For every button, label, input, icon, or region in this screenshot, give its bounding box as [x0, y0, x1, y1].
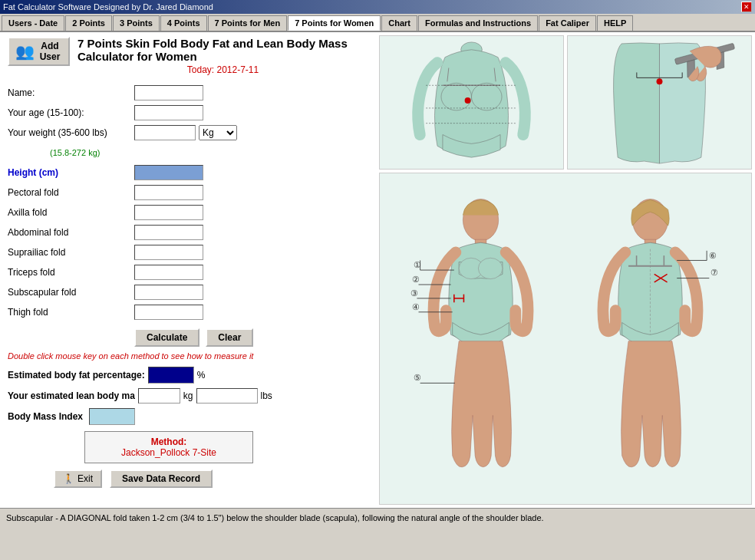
name-input[interactable]: [134, 85, 203, 100]
weight-label: Your weight (35-600 lbs): [8, 127, 134, 138]
add-user-button[interactable]: 👥 Add User: [8, 37, 70, 66]
right-panel: ① ② ③ ④ ⑤: [376, 32, 755, 508]
subscapular-label: Subscapular fold: [8, 287, 134, 298]
top-images: [379, 35, 752, 170]
axilla-label: Axilla fold: [8, 207, 134, 218]
triceps-row: Triceps fold: [8, 264, 368, 281]
axilla-input[interactable]: [134, 205, 203, 220]
lean-kg-unit: kg: [183, 390, 193, 401]
exit-label: Exit: [77, 473, 93, 484]
close-button[interactable]: ✕: [741, 2, 752, 12]
method-area: Method: Jackson_Pollock 7-Site: [84, 431, 253, 463]
menu-tabs-bar: Users - Date 2 Points 3 Points 4 Points …: [0, 14, 755, 32]
svg-text:⑥: ⑥: [709, 251, 717, 260]
bottom-buttons: 🚶 Exit Save Data Record: [54, 469, 368, 488]
lean-lbs-unit: lbs: [261, 390, 272, 401]
weight-input[interactable]: [134, 125, 196, 140]
suprailiac-label: Suprailiac fold: [8, 247, 134, 258]
action-buttons: Calculate Clear: [134, 328, 368, 347]
svg-point-3: [465, 97, 471, 104]
suprailiac-input[interactable]: [134, 245, 203, 260]
svg-point-13: [657, 78, 663, 84]
lean-body-label: Your estimated lean body ma: [8, 390, 135, 401]
weight-hint: (15.8-272 kg): [50, 148, 176, 157]
svg-text:④: ④: [412, 302, 420, 311]
abdominal-row: Abdominal fold: [8, 224, 368, 241]
today-date: Today: 2012-7-11: [77, 64, 368, 75]
add-user-icon: 👥: [15, 42, 35, 61]
tab-4points[interactable]: 4 Points: [160, 15, 207, 31]
tab-3points[interactable]: 3 Points: [113, 15, 160, 31]
svg-text:③: ③: [410, 288, 418, 298]
page-title: 7 Points Skin Fold Body Fat and Lean Bod…: [77, 37, 368, 63]
svg-text:⑤: ⑤: [414, 373, 421, 382]
add-user-label: Add User: [38, 41, 62, 62]
exit-icon: 🚶: [63, 473, 74, 484]
svg-point-1: [441, 83, 472, 110]
tab-7points-men[interactable]: 7 Points for Men: [208, 15, 288, 31]
suprailiac-row: Suprailiac fold: [8, 244, 368, 261]
triceps-label: Triceps fold: [8, 267, 134, 278]
thigh-label: Thigh fold: [8, 307, 134, 318]
clear-button[interactable]: Clear: [206, 328, 253, 347]
body-fat-percent-label: %: [197, 370, 206, 380]
lean-kg-input[interactable]: [138, 388, 180, 404]
height-row: Height (cm): [8, 164, 368, 181]
caliper-diagram: [567, 35, 752, 170]
tab-7points-women[interactable]: 7 Points for Women: [288, 15, 381, 31]
abdominal-input[interactable]: [134, 225, 203, 240]
left-panel: 👥 Add User 7 Points Skin Fold Body Fat a…: [0, 32, 376, 508]
name-row: Name:: [8, 84, 368, 101]
svg-text:②: ②: [412, 275, 420, 284]
weight-input-group: Kg lbs: [134, 125, 237, 140]
tab-help[interactable]: HELP: [597, 15, 633, 31]
method-label: Method:: [90, 436, 248, 447]
tab-users-date[interactable]: Users - Date: [2, 15, 64, 31]
height-input[interactable]: [134, 165, 203, 180]
instruction-text: Double click mouse key on each method to…: [8, 351, 368, 361]
pectoral-label: Pectoral fold: [8, 187, 134, 198]
front-torso-diagram: [379, 35, 564, 170]
body-fat-label: Estimated body fat percentage:: [8, 370, 145, 380]
abdominal-label: Abdominal fold: [8, 227, 134, 238]
exit-button[interactable]: 🚶 Exit: [54, 469, 102, 488]
thigh-row: Thigh fold: [8, 304, 368, 321]
age-input[interactable]: [134, 105, 203, 120]
height-label: Height (cm): [8, 167, 134, 178]
app-title: Fat Calculator Software Designed by Dr. …: [3, 2, 213, 12]
title-bar: Fat Calculator Software Designed by Dr. …: [0, 0, 755, 14]
lean-lbs-input[interactable]: [196, 388, 258, 404]
tab-formulas[interactable]: Formulas and Instructions: [418, 15, 538, 31]
bmi-row: Body Mass Index: [8, 408, 368, 425]
pectoral-row: Pectoral fold: [8, 184, 368, 201]
status-text: Subscapular - A DIAGONAL fold taken 1-2 …: [6, 513, 544, 522]
tab-fat-caliper[interactable]: Fat Caliper: [539, 15, 596, 31]
axilla-row: Axilla fold: [8, 204, 368, 221]
triceps-input[interactable]: [134, 265, 203, 280]
age-label: Your age (15-100):: [8, 107, 134, 118]
weight-unit-select[interactable]: Kg lbs: [199, 125, 237, 140]
weight-hint-row: (15.8-272 kg): [8, 144, 368, 161]
status-bar: Subscapular - A DIAGONAL fold taken 1-2 …: [0, 508, 755, 554]
svg-text:①: ①: [414, 260, 421, 269]
calculate-button[interactable]: Calculate: [134, 328, 199, 347]
weight-row: Your weight (35-600 lbs) Kg lbs: [8, 124, 368, 141]
thigh-input[interactable]: [134, 305, 203, 320]
body-fat-display: [148, 367, 194, 384]
tab-2points[interactable]: 2 Points: [65, 15, 112, 31]
bmi-display: [89, 408, 135, 425]
age-row: Your age (15-100):: [8, 104, 368, 121]
subscapular-row: Subscapular fold: [8, 284, 368, 301]
body-fat-row: Estimated body fat percentage: %: [8, 367, 368, 384]
method-name: Jackson_Pollock 7-Site: [90, 447, 248, 458]
pectoral-input[interactable]: [134, 185, 203, 200]
save-button[interactable]: Save Data Record: [110, 469, 213, 488]
tab-chart[interactable]: Chart: [381, 15, 417, 31]
full-body-diagram: ① ② ③ ④ ⑤: [379, 173, 752, 505]
subscapular-input[interactable]: [134, 285, 203, 300]
svg-text:⑦: ⑦: [710, 268, 718, 277]
main-content: 👥 Add User 7 Points Skin Fold Body Fat a…: [0, 32, 755, 508]
svg-point-2: [472, 83, 503, 110]
bmi-label: Body Mass Index: [8, 411, 83, 422]
lean-body-row: Your estimated lean body ma kg lbs: [8, 388, 368, 404]
